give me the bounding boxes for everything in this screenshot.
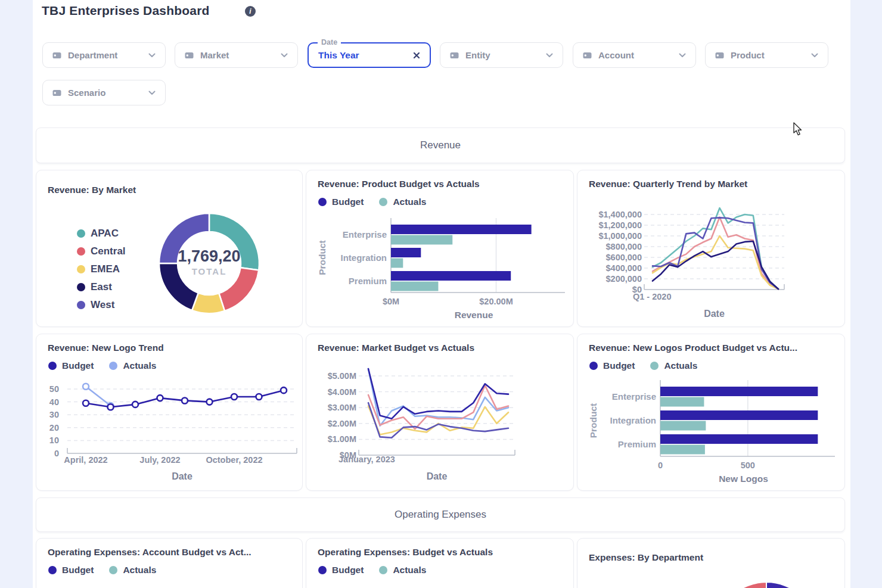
svg-text:0: 0 [658, 461, 663, 470]
svg-text:Premium: Premium [349, 276, 387, 286]
svg-text:$600,000: $600,000 [606, 253, 642, 262]
filter-chip-value: This Year [318, 50, 413, 61]
svg-text:$20.00M: $20.00M [479, 297, 513, 306]
pie-chart [577, 539, 844, 588]
svg-text:Date: Date [704, 309, 725, 319]
legend-dot [109, 566, 117, 574]
chevron-down-icon[interactable] [546, 53, 553, 58]
card-opex-budget-vs-actuals: Operating Expenses: Budget vs Actuals Bu… [306, 538, 574, 588]
tag-icon [450, 52, 459, 59]
svg-text:$1,000,000: $1,000,000 [598, 231, 642, 241]
legend-dot [48, 566, 57, 574]
svg-text:40: 40 [49, 397, 59, 407]
tag-icon [52, 89, 61, 97]
svg-text:$1,200,000: $1,200,000 [598, 220, 642, 230]
svg-text:500: 500 [741, 461, 755, 470]
svg-text:April, 2022: April, 2022 [64, 455, 107, 465]
filter-chip-product[interactable]: Product [705, 42, 828, 68]
svg-text:Integration: Integration [610, 415, 657, 425]
main-content: TBJ Enterprises Dashboard i Department M… [33, 0, 850, 588]
svg-text:30: 30 [49, 410, 59, 419]
section-header-opex: Operating Expenses [36, 497, 845, 532]
svg-text:July, 2022: July, 2022 [139, 455, 180, 465]
svg-text:Q1 - 2020: Q1 - 2020 [633, 292, 672, 301]
legend-item[interactable]: Actuals [379, 565, 426, 575]
chart-title: Operating Expenses: Budget vs Actuals [318, 547, 565, 558]
svg-text:$400,000: $400,000 [606, 263, 642, 273]
section-title: Operating Expenses [395, 509, 486, 521]
svg-text:$800,000: $800,000 [606, 242, 642, 251]
grouped-bar-chart: $0M$20.00MEnterpriseIntegrationPremiumRe… [306, 170, 573, 326]
card-opex-account-budget-vs-actuals: Operating Expenses: Account Budget vs Ac… [36, 538, 303, 588]
card-revenue-by-market: Revenue: By Market APAC Central EMEA Eas… [36, 170, 303, 327]
legend-item[interactable]: Actuals [109, 565, 156, 575]
line-chart: 01020304050April, 2022July, 2022October,… [36, 334, 302, 490]
line-chart: $0M$1.00M$2.00M$3.00M$4.00M$5.00MJanuary… [306, 334, 573, 490]
svg-text:TOTAL: TOTAL [192, 266, 227, 276]
card-revenue-new-logo-trend: Revenue: New Logo Trend Budget Actuals 0… [36, 334, 303, 491]
chart-title: Operating Expenses: Account Budget vs Ac… [48, 547, 294, 558]
info-icon[interactable]: i [245, 6, 256, 17]
svg-text:$5.00M: $5.00M [328, 371, 356, 381]
filter-chip-label: Product [731, 50, 811, 60]
filter-chip-label: Scenario [68, 88, 148, 98]
svg-text:January, 2023: January, 2023 [338, 455, 395, 464]
chevron-down-icon[interactable] [148, 91, 156, 95]
svg-text:$1,400,000: $1,400,000 [598, 210, 642, 219]
tag-icon [715, 52, 724, 59]
svg-text:Date: Date [427, 471, 448, 481]
svg-text:$4.00M: $4.00M [328, 387, 356, 397]
chart-legend: Budget Actuals [48, 565, 156, 575]
svg-text:Product: Product [588, 403, 598, 438]
filter-chip-department[interactable]: Department [42, 42, 166, 68]
card-revenue-quarterly-trend: Revenue: Quarterly Trend by Market $0$20… [577, 170, 845, 327]
card-expenses-by-department: Expenses: By Department [577, 538, 845, 588]
svg-text:Product: Product [317, 240, 327, 275]
svg-text:New Logos: New Logos [719, 474, 768, 484]
section-title: Revenue [420, 139, 461, 151]
chevron-down-icon[interactable] [281, 53, 288, 58]
legend-item[interactable]: Budget [318, 565, 364, 575]
filter-chip-label: Market [200, 50, 281, 60]
filter-chip-label: Account [598, 50, 679, 60]
svg-text:$0M: $0M [383, 297, 399, 306]
svg-text:20: 20 [49, 423, 59, 433]
chevron-down-icon[interactable] [811, 53, 818, 58]
line-chart: $0$200,000$400,000$600,000$800,000$1,000… [577, 170, 844, 326]
card-revenue-product-budget-vs-actuals: Revenue: Product Budget vs Actuals Budge… [306, 170, 574, 327]
svg-text:$2.00M: $2.00M [328, 419, 356, 428]
filter-chip-entity[interactable]: Entity [440, 42, 563, 68]
legend-item[interactable]: Budget [48, 565, 94, 575]
svg-text:$1.00M: $1.00M [328, 434, 356, 444]
svg-text:Integration: Integration [341, 253, 387, 263]
card-revenue-market-budget-vs-actuals: Revenue: Market Budget vs Actuals $0M$1.… [306, 334, 574, 491]
chart-legend: Budget Actuals [318, 565, 426, 575]
svg-text:$3.00M: $3.00M [328, 403, 356, 412]
tag-icon [185, 52, 194, 59]
svg-text:Revenue: Revenue [455, 310, 493, 320]
section-header-revenue: Revenue [36, 127, 845, 163]
svg-text:October, 2022: October, 2022 [206, 455, 262, 465]
svg-text:Enterprise: Enterprise [612, 391, 656, 402]
chevron-down-icon[interactable] [148, 53, 156, 58]
dashboard-page: { "app": { "title": "TBJ Enterprises Das… [0, 0, 882, 588]
svg-text:Date: Date [172, 471, 192, 481]
filter-chip-date[interactable]: Date This Year [308, 42, 431, 68]
chevron-down-icon[interactable] [679, 53, 686, 58]
filter-chip-label: Entity [465, 50, 546, 60]
clear-filter-icon[interactable] [413, 52, 420, 59]
filter-chip-scenario[interactable]: Scenario [42, 80, 166, 105]
card-revenue-new-logos-budget-vs-actuals: Revenue: New Logos Product Budget vs Act… [577, 334, 845, 491]
filter-chip-account[interactable]: Account [573, 42, 696, 68]
svg-text:Premium: Premium [618, 439, 656, 449]
grouped-bar-chart: 0500EnterpriseIntegrationPremiumNew Logo… [577, 334, 844, 490]
legend-dot [318, 566, 327, 574]
tag-icon [52, 52, 61, 59]
filter-chip-float-label: Date [318, 38, 341, 46]
page-title: TBJ Enterprises Dashboard [42, 4, 210, 18]
svg-text:1,769,20: 1,769,20 [178, 247, 240, 265]
filter-chip-label: Department [68, 50, 148, 60]
svg-text:50: 50 [49, 384, 59, 394]
legend-dot [379, 566, 387, 574]
filter-chip-market[interactable]: Market [175, 42, 298, 68]
